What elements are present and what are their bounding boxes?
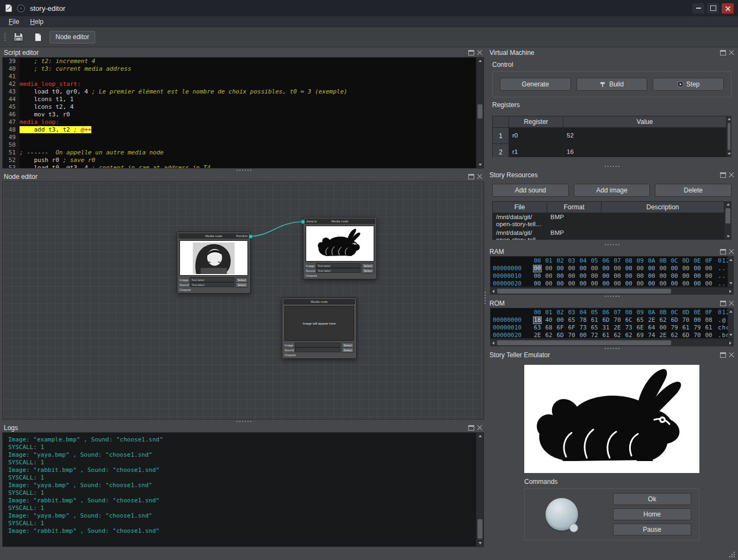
output-port[interactable] [249,234,253,239]
scroll-down-icon[interactable] [479,164,482,166]
media-node[interactable]: Media node Port Exit ImageTest-labelSele… [177,232,251,294]
scrollbar-thumb[interactable] [477,519,482,539]
sound-row-label: Sound [284,349,294,352]
splitter-handle[interactable] [228,420,259,422]
media-node[interactable]: Media node Image will appear here ImageS… [282,297,357,359]
splitter-handle[interactable] [597,295,627,297]
node-canvas[interactable]: Media node Port Exit ImageTest-labelSele… [2,181,484,420]
ram-hscrollbar[interactable] [490,287,734,295]
scroll-down-icon[interactable] [479,542,482,544]
menu-file[interactable]: File [4,17,23,26]
node-editor-toggle-button[interactable]: Node editor [49,31,95,43]
menu-help[interactable]: Help [26,17,48,26]
generate-button[interactable]: Generate [500,78,571,91]
save-button[interactable] [11,30,26,44]
titlebar: story-editor [0,0,738,16]
code-line: 42media_loop_start: [3,80,483,88]
scrollbar-thumb[interactable] [497,289,671,294]
resource-row[interactable]: /mnt/data/git/ open-story-tell…BMP [493,229,724,240]
close-button[interactable] [722,3,734,14]
scrollbar-thumb[interactable] [477,104,482,119]
new-file-button[interactable] [30,30,45,44]
logs-scrollbar[interactable] [476,433,483,546]
ram-panel-title: RAM [489,248,504,256]
image-value: Test-label [316,263,361,268]
pause-button[interactable]: Pause [613,524,691,536]
float-panel-icon[interactable] [468,50,474,55]
maximize-button[interactable] [707,3,719,14]
float-panel-icon[interactable] [720,50,726,55]
close-panel-icon[interactable] [729,172,734,178]
hammer-icon [600,81,606,88]
column-splitter-handle[interactable] [484,287,486,309]
build-button[interactable]: Build [576,78,648,91]
logs-output[interactable]: Image: "example.bmp" , Sound: "choose1.s… [2,432,484,547]
save-floppy-icon [14,32,23,42]
script-scrollbar[interactable] [476,58,483,168]
resources-table[interactable]: FileFormatDescription/mnt/data/git/ open… [492,201,724,240]
select-sound-button[interactable]: Select [235,282,248,288]
window-resize-grip[interactable] [729,551,735,558]
log-entry: SYSCALL: 1 [8,520,478,527]
splitter-handle[interactable] [597,165,627,167]
splitter-handle[interactable] [228,169,259,171]
scrollbar-thumb[interactable] [497,340,671,345]
resource-row[interactable]: /mnt/data/git/ open-story-tell…BMP [493,213,724,229]
minimize-button[interactable] [692,3,704,14]
hex-row[interactable]: 000000001840006578616D706C652E626D700008… [493,316,733,324]
close-panel-icon[interactable] [477,174,482,179]
command-knob[interactable] [545,498,578,531]
registers-scrollbar[interactable] [726,116,731,157]
home-button[interactable]: Home [613,508,691,520]
float-panel-icon[interactable] [720,352,726,358]
delete-button[interactable]: Delete [655,184,731,197]
float-panel-icon[interactable] [720,301,726,306]
float-panel-icon[interactable] [468,174,474,179]
hex-row[interactable]: 0000001063686F6F7365312E736E640079617961… [493,324,733,332]
hex-row[interactable]: 000000202E626D70007261626269742E626D7000… [493,332,733,339]
rom-hscrollbar[interactable] [490,339,734,346]
close-panel-icon[interactable] [729,50,734,55]
splitter-handle[interactable] [597,244,627,246]
float-panel-icon[interactable] [720,172,726,178]
ram-hex-view[interactable]: 000102030405060708090A0B0C0D0E0F01234567… [490,256,734,287]
scroll-up-icon[interactable] [479,60,482,62]
image-row-label: Image [284,344,294,347]
rom-panel: ROM 000102030405060708090A0B0C0D0E0F0123… [488,298,736,346]
media-node[interactable]: Media node Jump to ImageTest-labelSelect… [303,217,377,279]
resources-table-wrap: FileFormatDescription/mnt/data/git/ open… [492,201,731,240]
float-panel-icon[interactable] [720,249,726,254]
registers-table[interactable]: RegisterValue1r0522r116 [492,116,727,157]
hex-row[interactable]: 0000002000000000000000000000000000000000… [493,280,733,287]
rom-vscrollbar[interactable] [728,308,733,338]
scroll-up-icon[interactable] [479,435,482,437]
log-entry: Image: "rabbit.bmp" , Sound: "choose1.sn… [8,527,478,535]
select-sound-button[interactable]: Select [362,268,374,273]
select-sound-button[interactable]: Select [342,347,354,353]
scrollbar-thumb[interactable] [728,123,730,150]
close-panel-icon[interactable] [729,301,734,306]
script-editor[interactable]: 39 ; t2: increment 440 ; t3: current med… [2,57,484,169]
resources-scrollbar[interactable] [724,201,731,240]
step-button[interactable]: Step [653,78,724,91]
rom-hex-view[interactable]: 000102030405060708090A0B0C0D0E0F01234567… [490,308,734,339]
register-row[interactable]: 2r116 [493,144,727,158]
close-panel-icon[interactable] [477,50,482,55]
add-image-button[interactable]: Add image [574,184,650,197]
hex-row[interactable]: 0000000000000000000000000000000000000000… [493,265,733,272]
input-port[interactable] [301,220,305,224]
ok-button[interactable]: Ok [613,493,691,505]
close-panel-icon[interactable] [477,425,482,431]
add-sound-button[interactable]: Add sound [492,184,569,197]
hex-row[interactable]: 0000001000000000000000000000000000000000… [493,272,733,280]
control-group: Generate Build Step [492,71,731,97]
splitter-handle[interactable] [597,347,627,350]
close-panel-icon[interactable] [729,352,734,358]
ram-vscrollbar[interactable] [728,257,733,287]
toolbar-drag-handle[interactable] [4,32,7,42]
float-panel-icon[interactable] [468,425,474,431]
scrollbar-thumb[interactable] [725,208,730,223]
log-entry: Image: "yaya.bmp" , Sound: "choose1.snd" [8,512,478,520]
close-panel-icon[interactable] [729,249,734,254]
register-row[interactable]: 1r052 [493,128,727,144]
